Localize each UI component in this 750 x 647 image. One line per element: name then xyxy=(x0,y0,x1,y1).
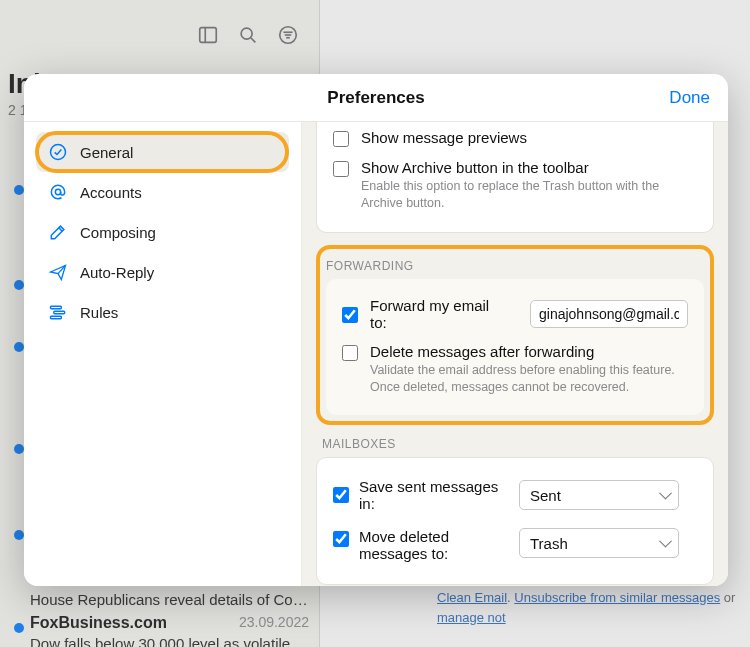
unread-dot xyxy=(14,342,24,352)
move-deleted-checkbox[interactable] xyxy=(333,531,349,547)
help-text: Validate the email address before enabli… xyxy=(370,362,688,396)
rules-icon xyxy=(48,302,68,322)
footer-link-manage[interactable]: manage not xyxy=(437,610,506,625)
svg-rect-11 xyxy=(54,311,65,314)
show-previews-checkbox[interactable] xyxy=(333,131,349,147)
sidebar-item-label: Auto-Reply xyxy=(80,264,154,281)
svg-point-9 xyxy=(55,189,60,194)
sidebar-item-label: General xyxy=(80,144,133,161)
sidebar-item-general[interactable]: General xyxy=(36,132,289,172)
preferences-modal: Preferences Done General Accounts Compo xyxy=(24,74,728,586)
airplane-icon xyxy=(48,262,68,282)
modal-header: Preferences Done xyxy=(24,74,728,122)
filter-icon[interactable] xyxy=(277,24,299,46)
modal-title: Preferences xyxy=(327,88,424,108)
sidebar-item-composing[interactable]: Composing xyxy=(36,212,289,252)
unread-dot xyxy=(14,623,24,633)
move-deleted-row: Move deleted messages to: Trash xyxy=(333,520,697,570)
svg-point-2 xyxy=(241,28,252,39)
sidebar-item-autoreply[interactable]: Auto-Reply xyxy=(36,252,289,292)
search-icon[interactable] xyxy=(237,24,259,46)
left-toolbar xyxy=(0,0,319,70)
sidebar-toggle-icon[interactable] xyxy=(197,24,219,46)
save-sent-checkbox[interactable] xyxy=(333,487,349,503)
delete-after-row: Delete messages after forwarding Validat… xyxy=(342,337,688,402)
forwarding-highlight: FORWARDING Forward my email to: Delete m… xyxy=(316,245,714,426)
section-label-forwarding: FORWARDING xyxy=(326,259,710,273)
compose-icon xyxy=(48,222,68,242)
svg-rect-12 xyxy=(51,316,62,319)
row-title: Forward my email to: xyxy=(370,297,510,331)
row-title: Delete messages after forwarding xyxy=(370,343,688,360)
row-title: Save sent messages in: xyxy=(359,478,509,512)
unread-dot xyxy=(14,444,24,454)
message-subject: House Republicans reveal details of Comm… xyxy=(30,591,309,608)
done-button[interactable]: Done xyxy=(669,88,710,108)
forwarding-card: Forward my email to: Delete messages aft… xyxy=(326,279,704,416)
message-date: 23.09.2022 xyxy=(239,614,309,630)
show-archive-checkbox[interactable] xyxy=(333,161,349,177)
sidebar-item-label: Rules xyxy=(80,304,118,321)
preferences-content: servers. Show message previews Show Arch… xyxy=(302,122,728,586)
trash-mailbox-select[interactable]: Trash xyxy=(519,528,679,558)
help-text: Enable this option to replace the Trash … xyxy=(361,178,697,212)
sidebar-item-rules[interactable]: Rules xyxy=(36,292,289,332)
show-archive-row[interactable]: Show Archive button in the toolbar Enabl… xyxy=(333,153,697,218)
svg-rect-10 xyxy=(51,306,62,309)
show-previews-row[interactable]: Show message previews xyxy=(333,123,697,153)
at-sign-icon xyxy=(48,182,68,202)
footer-link-unsubscribe[interactable]: Unsubscribe from similar messages xyxy=(514,590,720,605)
sidebar-item-label: Accounts xyxy=(80,184,142,201)
sent-mailbox-select[interactable]: Sent xyxy=(519,480,679,510)
list-item[interactable]: FoxBusiness.com 23.09.2022 Dow falls bel… xyxy=(30,614,309,647)
footer-link-cleanemail[interactable]: Clean Email xyxy=(437,590,507,605)
unread-dot xyxy=(14,280,24,290)
forward-enable-checkbox[interactable] xyxy=(342,307,358,323)
section-label-mailboxes: MAILBOXES xyxy=(322,437,714,451)
identity-card: servers. Show message previews Show Arch… xyxy=(316,122,714,233)
row-title: Show Archive button in the toolbar xyxy=(361,159,697,176)
unread-dot xyxy=(14,185,24,195)
svg-point-8 xyxy=(51,145,66,160)
save-sent-row: Save sent messages in: Sent xyxy=(333,470,697,520)
forward-email-input[interactable] xyxy=(530,300,688,328)
unread-dot xyxy=(14,530,24,540)
svg-line-3 xyxy=(251,38,256,43)
forward-to-row: Forward my email to: xyxy=(342,291,688,337)
preferences-sidebar: General Accounts Composing Auto-Reply xyxy=(24,122,302,586)
sidebar-item-accounts[interactable]: Accounts xyxy=(36,172,289,212)
delete-after-checkbox[interactable] xyxy=(342,345,358,361)
sidebar-item-label: Composing xyxy=(80,224,156,241)
checkmark-circle-icon xyxy=(48,142,68,162)
list-item[interactable]: House Republicans reveal details of Comm… xyxy=(30,588,309,608)
svg-rect-0 xyxy=(200,28,217,43)
message-subject: Dow falls below 30,000 level as volatile… xyxy=(30,635,309,647)
mailboxes-card: Save sent messages in: Sent Move deleted… xyxy=(316,457,714,585)
row-title: Show message previews xyxy=(361,129,697,146)
row-title: Move deleted messages to: xyxy=(359,528,509,562)
